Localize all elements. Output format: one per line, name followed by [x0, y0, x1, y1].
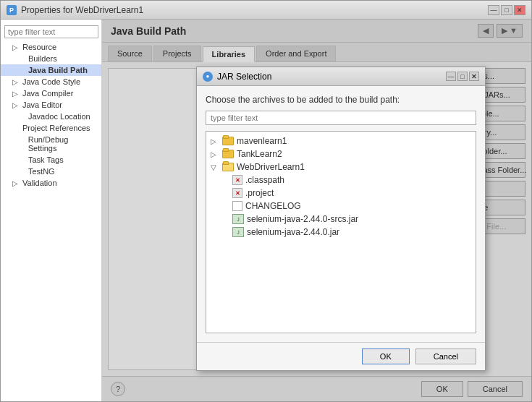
folder-icon — [222, 137, 234, 145]
sidebar-item-label: Java Editor — [22, 100, 62, 109]
title-bar: P Properties for WebDriverLearn1 — □ ✕ — [1, 1, 531, 20]
sidebar-item-label: Validation — [22, 179, 57, 187]
sidebar: ▷ Resource Builders Java Build Path ▷ Ja… — [1, 20, 102, 401]
tree-item-label: WebDriverLearn1 — [237, 162, 305, 172]
sidebar-item-label: TestNG — [28, 167, 55, 176]
main-window: P Properties for WebDriverLearn1 — □ ✕ ▷… — [0, 0, 532, 402]
tree-container: ▷ mavenlearn1 ▷ TankLearn2 — [206, 131, 476, 333]
modal-filter-input[interactable] — [206, 111, 476, 125]
sidebar-item-label: Run/Debug Settings — [28, 135, 97, 153]
content-area: ▷ Resource Builders Java Build Path ▷ Ja… — [1, 20, 531, 401]
file-x-icon: ✕ — [232, 188, 242, 198]
sidebar-item-builders[interactable]: Builders — [1, 53, 101, 64]
folder-open-icon — [222, 163, 234, 171]
tree-item-label: TankLearn2 — [237, 149, 282, 159]
modal-ok-button[interactable]: OK — [362, 348, 410, 364]
modal-controls: — □ ✕ — [446, 72, 479, 81]
modal-title-bar: ● JAR Selection — □ ✕ — [197, 67, 485, 86]
sidebar-item-resource[interactable]: ▷ Resource — [1, 41, 101, 53]
expand-arrow: ▷ — [12, 101, 20, 109]
expand-arrow: ▷ — [12, 90, 20, 98]
file-x-icon: ✕ — [232, 175, 242, 185]
window-title: Properties for WebDriverLearn1 — [21, 5, 143, 15]
modal-body: Choose the archives to be added to the b… — [197, 86, 485, 342]
sidebar-item-label: Builders — [28, 54, 57, 63]
window-icon: P — [7, 5, 17, 15]
tree-item-project[interactable]: ✕ .project — [206, 187, 476, 200]
sidebar-item-label: Javadoc Location — [28, 112, 90, 121]
sidebar-item-java-build-path[interactable]: Java Build Path — [1, 64, 101, 76]
file-doc-icon — [232, 201, 242, 211]
sidebar-item-task-tags[interactable]: Task Tags — [1, 154, 101, 166]
modal-close-button[interactable]: ✕ — [469, 72, 479, 81]
expand-arrow: ▷ — [12, 78, 20, 86]
main-panel-wrapper: Java Build Path ◀ ▶ ▼ Source Projects — [102, 20, 531, 401]
modal-cancel-button[interactable]: Cancel — [415, 348, 476, 364]
folder-icon — [222, 150, 234, 158]
sidebar-item-label: Task Tags — [28, 155, 64, 164]
expand-icon: ▷ — [211, 137, 219, 145]
modal-minimize-button[interactable]: — — [446, 72, 456, 81]
sidebar-item-label: Resource — [22, 43, 56, 51]
sidebar-item-run-debug-settings[interactable]: Run/Debug Settings — [1, 134, 101, 154]
close-button[interactable]: ✕ — [514, 5, 525, 15]
modal-description: Choose the archives to be added to the b… — [206, 95, 476, 105]
tree-item-label: selenium-java-2.44.0.jar — [247, 227, 339, 237]
sidebar-item-label: Java Build Path — [28, 66, 88, 74]
file-jar-icon: J — [232, 227, 244, 237]
modal-title-left: ● JAR Selection — [203, 72, 271, 82]
sidebar-item-validation[interactable]: ▷ Validation — [1, 177, 101, 189]
tree-item-webdriverlearn1[interactable]: ▽ WebDriverLearn1 — [206, 161, 476, 174]
tree-item-label: .project — [245, 188, 274, 198]
modal-footer: OK Cancel — [197, 342, 485, 370]
modal-title: JAR Selection — [217, 72, 271, 82]
minimize-button[interactable]: — — [488, 5, 499, 15]
modal-overlay: ● JAR Selection — □ ✕ Choose the archive… — [102, 20, 531, 401]
tree-item-mavenlearn1[interactable]: ▷ mavenlearn1 — [206, 134, 476, 147]
modal-maximize-button[interactable]: □ — [457, 72, 468, 81]
tree-item-label: .classpath — [245, 175, 284, 185]
sidebar-item-javadoc-location[interactable]: Javadoc Location — [1, 111, 101, 122]
expand-icon: ▷ — [211, 150, 219, 158]
sidebar-item-java-editor[interactable]: ▷ Java Editor — [1, 99, 101, 111]
sidebar-item-label: Project References — [22, 124, 90, 132]
tree-item-tanklearn2[interactable]: ▷ TankLearn2 — [206, 147, 476, 161]
maximize-button[interactable]: □ — [501, 5, 512, 15]
tree-item-selenium-jar[interactable]: J selenium-java-2.44.0.jar — [206, 226, 476, 239]
sidebar-item-label: Java Compiler — [22, 89, 73, 98]
tree-item-label: mavenlearn1 — [237, 136, 287, 146]
title-bar-left: P Properties for WebDriverLearn1 — [7, 5, 143, 15]
modal-icon: ● — [203, 72, 213, 82]
sidebar-filter-input[interactable] — [4, 25, 98, 38]
sidebar-item-label: Java Code Style — [22, 77, 80, 86]
sidebar-item-java-code-style[interactable]: ▷ Java Code Style — [1, 76, 101, 87]
tree-item-label: selenium-java-2.44.0-srcs.jar — [247, 214, 358, 224]
modal-window: ● JAR Selection — □ ✕ Choose the archive… — [196, 67, 486, 371]
sidebar-item-java-compiler[interactable]: ▷ Java Compiler — [1, 87, 101, 99]
expand-icon: ▽ — [211, 163, 219, 171]
tree-item-selenium-srcs-jar[interactable]: J selenium-java-2.44.0-srcs.jar — [206, 213, 476, 226]
sidebar-item-testng[interactable]: TestNG — [1, 166, 101, 177]
sidebar-item-project-references[interactable]: Project References — [1, 122, 101, 134]
file-jar-icon: J — [232, 214, 244, 224]
title-controls: — □ ✕ — [488, 5, 525, 15]
expand-arrow: ▷ — [12, 179, 20, 187]
tree-item-classpath[interactable]: ✕ .classpath — [206, 174, 476, 187]
tree-item-changelog[interactable]: CHANGELOG — [206, 200, 476, 213]
tree-item-label: CHANGELOG — [245, 201, 301, 211]
expand-arrow: ▷ — [12, 43, 20, 51]
